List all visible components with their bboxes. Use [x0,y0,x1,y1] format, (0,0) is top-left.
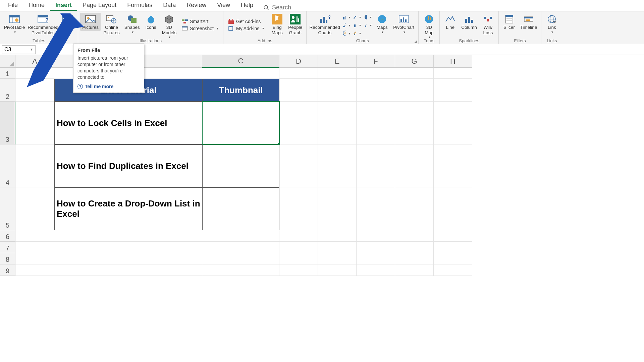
select-all-corner[interactable] [0,55,15,68]
online-pictures-button[interactable]: Online Pictures [101,13,122,36]
cell-e5[interactable] [318,187,357,230]
row-header-1[interactable]: 1 [0,68,15,79]
tell-me-search[interactable] [259,4,317,11]
cell-a7[interactable] [15,242,54,253]
cell-e7[interactable] [318,242,357,253]
tab-data[interactable]: Data [158,0,181,11]
cell-b8[interactable] [54,253,202,264]
cell-f7[interactable] [357,242,395,253]
tell-me-more-link[interactable]: ? Tell me more [77,84,140,89]
cell-d9[interactable] [279,264,318,276]
cell-c5[interactable] [202,187,279,230]
cell-c8[interactable] [202,253,279,264]
cell-area[interactable]: Excel Tutorial Thumbnail How to Lock Cel… [15,68,472,276]
recommended-pivottables-button[interactable]: ? Recommended PivotTables [28,13,58,36]
cell-g9[interactable] [395,264,434,276]
cell-h1[interactable] [434,68,472,79]
cell-a9[interactable] [15,264,54,276]
cell-a1[interactable] [15,68,54,79]
chart-bar2d-button[interactable]: ▾ [341,13,352,21]
cell-c3[interactable] [202,102,279,144]
3d-models-button[interactable]: 3D Models▾ [160,13,179,40]
cell-h4[interactable] [434,144,472,187]
row-header-8[interactable]: 8 [0,253,15,264]
cell-h8[interactable] [434,253,472,264]
link-button[interactable]: Link▾ [543,13,560,35]
tab-file[interactable]: File [3,0,23,11]
pictures-button[interactable]: Pictures [80,13,101,31]
cell-g1[interactable] [395,68,434,79]
chart-stat-button[interactable]: ▾ [352,21,362,29]
bing-maps-button[interactable]: Bing Maps [269,13,285,36]
cell-g2[interactable] [395,79,434,102]
cell-g4[interactable] [395,144,434,187]
pivottable-button[interactable]: PivotTable▾ [2,13,27,35]
cell-a4[interactable] [15,144,54,187]
get-addins-button[interactable]: Get Add-ins [227,18,265,24]
cell-b6[interactable] [54,230,202,242]
cell-a2[interactable] [15,79,54,102]
cell-h6[interactable] [434,230,472,242]
cell-d2[interactable] [279,79,318,102]
row-header-3[interactable]: 3 [0,102,15,144]
col-header-c[interactable]: C [202,55,279,68]
charts-dialog-launcher[interactable]: ◢ [414,40,417,43]
cell-h5[interactable] [434,187,472,230]
cell-h7[interactable] [434,242,472,253]
table-button[interactable]: Table [59,13,76,31]
cell-e6[interactable] [318,230,357,242]
cell-f5[interactable] [357,187,395,230]
tab-help[interactable]: Help [235,0,259,11]
row-header-4[interactable]: 4 [0,144,15,187]
smartart-button[interactable]: SmartArt [180,18,220,24]
my-addins-button[interactable]: My Add-ins▾ [227,25,265,32]
cell-e9[interactable] [318,264,357,276]
cell-f3[interactable] [357,102,395,144]
cell-f2[interactable] [357,79,395,102]
cell-d1[interactable] [279,68,318,79]
row-header-6[interactable]: 6 [0,230,15,242]
icons-button[interactable]: Icons [143,13,159,31]
cell-h9[interactable] [434,264,472,276]
cell-d5[interactable] [279,187,318,230]
cell-f4[interactable] [357,144,395,187]
col-header-h[interactable]: H [434,55,472,68]
chart-hier-button[interactable]: ▾ [341,21,352,29]
cell-a5[interactable] [15,187,54,230]
cell-b3[interactable]: How to Lock Cells in Excel [54,102,202,144]
cell-d8[interactable] [279,253,318,264]
cell-a6[interactable] [15,230,54,242]
tab-page-layout[interactable]: Page Layout [77,0,122,11]
cell-g6[interactable] [395,230,434,242]
cell-e2[interactable] [318,79,357,102]
sparkline-line-button[interactable]: Line [442,13,459,31]
cell-g8[interactable] [395,253,434,264]
cell-c4[interactable] [202,144,279,187]
shapes-button[interactable]: Shapes▾ [122,13,142,35]
cell-c1[interactable] [202,68,279,79]
cell-g5[interactable] [395,187,434,230]
cell-g3[interactable] [395,102,434,144]
cell-e3[interactable] [318,102,357,144]
people-graph-button[interactable]: People Graph [286,13,304,36]
col-header-e[interactable]: E [318,55,357,68]
cell-c2[interactable]: Thumbnail [202,79,279,102]
cell-f9[interactable] [357,264,395,276]
cell-c7[interactable] [202,242,279,253]
search-input[interactable] [272,4,312,11]
name-box[interactable]: C3 ▼ [2,45,36,54]
slicer-button[interactable]: Slicer [501,13,518,31]
cell-d4[interactable] [279,144,318,187]
sparkline-winloss-button[interactable]: Win/ Loss [480,13,496,36]
recommended-charts-button[interactable]: ? Recommended Charts [309,13,341,36]
col-header-d[interactable]: D [279,55,318,68]
3d-map-button[interactable]: 3D Map▾ [421,13,437,40]
chart-pie-button[interactable]: ▾ [363,13,373,21]
cell-b9[interactable] [54,264,202,276]
row-header-9[interactable]: 9 [0,264,15,276]
col-header-g[interactable]: G [395,55,434,68]
cell-a8[interactable] [15,253,54,264]
cell-b5[interactable]: How to Create a Drop-Down List in Excel [54,187,202,230]
cell-e4[interactable] [318,144,357,187]
col-header-a[interactable]: A [15,55,54,68]
